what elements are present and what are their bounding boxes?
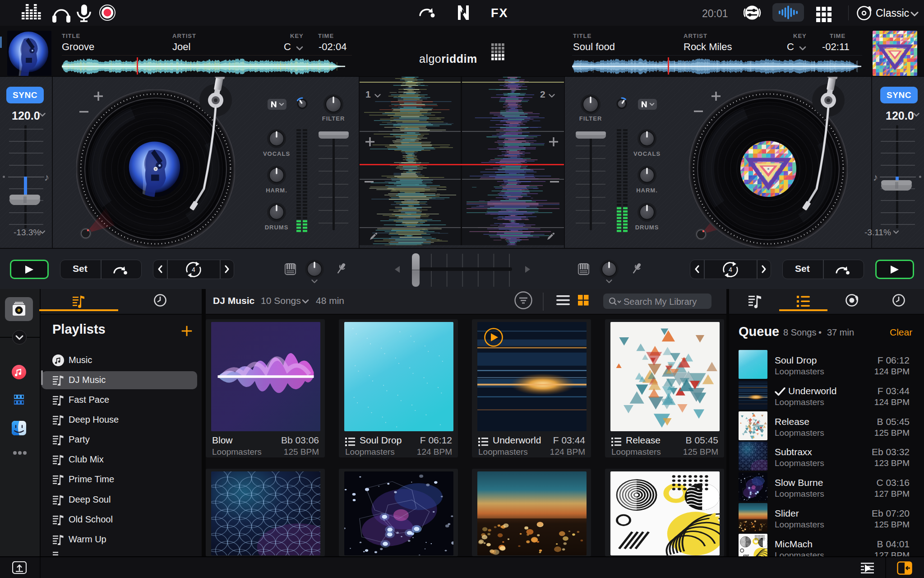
- svg-text:4: 4: [729, 266, 732, 273]
- svg-text:4: 4: [192, 266, 195, 273]
